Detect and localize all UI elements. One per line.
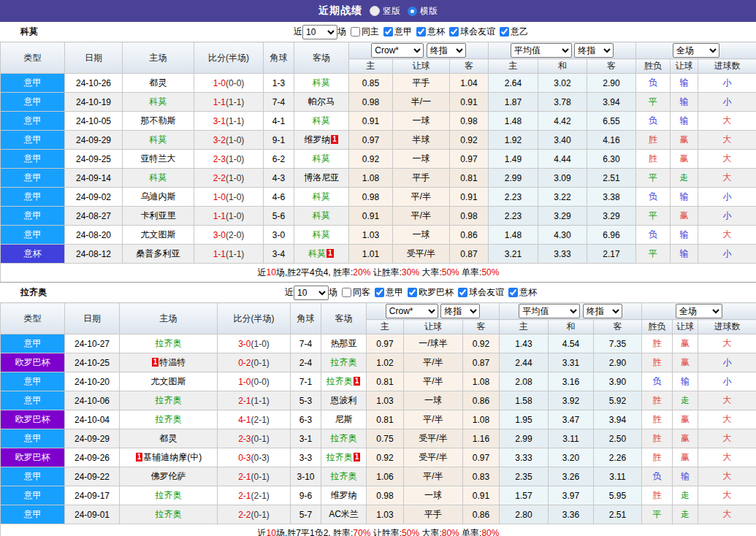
odds-source-select[interactable]: Crow* bbox=[386, 304, 438, 318]
odds-home-cell: 0.98 bbox=[367, 486, 404, 505]
result-handicap-cell: 走 bbox=[673, 486, 698, 505]
odds-away-cell: 0.86 bbox=[463, 505, 500, 524]
fulltime-scope-select[interactable]: 全场 bbox=[673, 43, 719, 58]
odds-terminal-select[interactable]: 终指 bbox=[440, 304, 480, 318]
avg-draw-cell: 3.29 bbox=[538, 207, 587, 226]
corner-cell: 7-4 bbox=[291, 334, 321, 353]
avg-away-cell: 2.90 bbox=[587, 74, 636, 93]
red-card-badge: 1 bbox=[354, 377, 361, 386]
radio-selected-icon[interactable] bbox=[408, 7, 417, 16]
same-venue-checkbox[interactable] bbox=[342, 288, 351, 297]
result-outcome-cell: 胜 bbox=[642, 410, 673, 429]
result-outcome-cell: 平 bbox=[636, 169, 671, 188]
league-filter-4[interactable]: 意乙 bbox=[500, 26, 528, 38]
odds-terminal-select[interactable]: 终指 bbox=[427, 43, 466, 58]
radio-horizontal-layout[interactable]: 横版 bbox=[408, 5, 438, 18]
league-filter-3[interactable]: 球会友谊 bbox=[458, 286, 504, 299]
result-handicap-cell: 赢 bbox=[673, 410, 698, 429]
home-team-name: 都灵 bbox=[150, 77, 167, 88]
result-goals-cell: 大 bbox=[698, 467, 756, 486]
recent-count-select[interactable]: 10 bbox=[302, 25, 337, 39]
result-goals-cell: 大 bbox=[698, 391, 756, 410]
header-result-handicap: 让球 bbox=[671, 59, 698, 74]
date-cell: 24-08-20 bbox=[65, 226, 123, 245]
league-checkbox[interactable] bbox=[458, 288, 467, 297]
average-group-header: 平均值 终指 bbox=[489, 42, 636, 59]
away-cell: 科莫 bbox=[294, 112, 349, 131]
odds-handicap-cell: 平/半 bbox=[404, 467, 463, 486]
league-checkbox[interactable] bbox=[449, 27, 459, 37]
league-filter-3[interactable]: 球会友谊 bbox=[449, 26, 495, 38]
away-team-name: 拉齐奥 bbox=[331, 433, 357, 443]
header-odds-home: 主 bbox=[367, 320, 404, 334]
radio-vertical-layout[interactable]: 竖版 bbox=[370, 5, 400, 18]
league-type-cell: 意甲 bbox=[1, 150, 65, 169]
league-checkbox[interactable] bbox=[383, 27, 393, 37]
odds-handicap-cell: 一球 bbox=[393, 226, 450, 245]
home-cell: 卡利亚里 bbox=[123, 207, 194, 226]
league-filter-2[interactable]: 欧罗巴杯 bbox=[408, 286, 454, 299]
league-checkbox[interactable] bbox=[408, 288, 417, 297]
radio-unselected-icon[interactable] bbox=[370, 6, 380, 16]
same-venue-label: 同客 bbox=[353, 286, 370, 299]
odds-handicap-cell: 平手 bbox=[404, 505, 463, 524]
result-goals-cell: 小 bbox=[698, 207, 756, 226]
avg-away-cell: 3.11 bbox=[594, 467, 642, 486]
same-venue-label: 同主 bbox=[362, 26, 379, 38]
red-card-badge: 1 bbox=[136, 453, 143, 462]
average-source-select[interactable]: 平均值 bbox=[519, 304, 580, 318]
league-checkbox[interactable] bbox=[375, 288, 384, 297]
league-checkbox[interactable] bbox=[500, 27, 509, 37]
recent-count-select[interactable]: 10 bbox=[294, 286, 329, 300]
league-type-cell: 意甲 bbox=[1, 429, 65, 448]
result-outcome-cell: 负 bbox=[636, 188, 671, 207]
same-venue-checkbox-label[interactable]: 同主 bbox=[351, 26, 379, 38]
league-filter-1[interactable]: 意甲 bbox=[383, 26, 412, 38]
result-goals-cell: 小 bbox=[698, 74, 756, 93]
league-filter-4[interactable]: 意杯 bbox=[508, 286, 537, 299]
league-checkbox[interactable] bbox=[416, 27, 426, 37]
odds-handicap-cell: 一球 bbox=[393, 150, 450, 169]
odds-away-cell: 0.97 bbox=[450, 150, 489, 169]
fulltime-scope-select[interactable]: 全场 bbox=[676, 304, 722, 318]
league-type-cell: 意甲 bbox=[1, 467, 65, 486]
avg-away-cell: 2.51 bbox=[587, 169, 636, 188]
league-type-cell: 意甲 bbox=[1, 486, 65, 505]
away-team-name: 科莫 bbox=[313, 191, 330, 202]
result-handicap-cell: 赢 bbox=[673, 353, 698, 372]
odds-source-select[interactable]: Crow* bbox=[371, 43, 424, 58]
avg-away-cell: 6.30 bbox=[587, 150, 636, 169]
match-row: 意甲24-09-22佛罗伦萨2-1(0-1)3-10拉齐奥1.06平/半0.83… bbox=[1, 467, 756, 486]
fulltime-score: 2-3 bbox=[213, 154, 226, 164]
home-cell: 佛罗伦萨 bbox=[120, 467, 218, 486]
fulltime-score: 3-0 bbox=[213, 230, 226, 240]
same-venue-checkbox-label[interactable]: 同客 bbox=[342, 286, 370, 299]
header-corner: 角球 bbox=[291, 303, 321, 334]
avg-home-cell: 3.21 bbox=[489, 245, 538, 264]
average-source-select[interactable]: 平均值 bbox=[511, 43, 572, 58]
halftime-score: (2-1) bbox=[251, 491, 270, 501]
league-filter-1[interactable]: 意甲 bbox=[375, 286, 403, 299]
odds-away-cell: 0.86 bbox=[450, 226, 489, 245]
odds-away-cell: 0.83 bbox=[463, 467, 500, 486]
league-filter-2[interactable]: 意杯 bbox=[416, 26, 445, 38]
result-goals-cell: 大 bbox=[698, 150, 756, 169]
odds-home-cell: 0.81 bbox=[367, 410, 404, 429]
away-cell: 拉齐奥 bbox=[321, 353, 367, 372]
halftime-score: (1-1) bbox=[251, 396, 270, 406]
result-handicap-cell: 输 bbox=[671, 93, 698, 112]
odds-away-cell: 1.08 bbox=[463, 410, 500, 429]
result-goals-cell: 小 bbox=[698, 188, 756, 207]
avg-home-cell: 1.43 bbox=[500, 334, 549, 353]
fulltime-score: 2-2 bbox=[238, 510, 251, 520]
league-type-cell: 意甲 bbox=[1, 169, 65, 188]
odds-away-cell: 0.92 bbox=[463, 334, 500, 353]
average-terminal-select[interactable]: 终指 bbox=[583, 304, 622, 318]
league-checkbox[interactable] bbox=[508, 288, 518, 297]
same-venue-checkbox[interactable] bbox=[351, 27, 360, 37]
date-cell: 24-09-17 bbox=[65, 486, 120, 505]
score-cell: 1-1(1-1) bbox=[194, 93, 264, 112]
header-score: 比分(半场) bbox=[194, 42, 264, 74]
average-terminal-select[interactable]: 终指 bbox=[574, 43, 614, 58]
avg-draw-cell: 3.31 bbox=[549, 353, 594, 372]
